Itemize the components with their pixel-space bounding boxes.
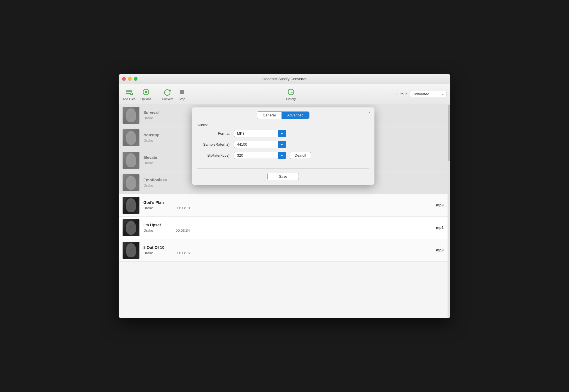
modal-body: Audio: Format: MP3 AAC FLAC WAV OGG [192, 119, 374, 167]
samplerate-row: SampleRate(hz): 44100 48000 22050 11025 … [197, 141, 369, 148]
stop-label: Stop [179, 97, 185, 101]
scrollbar-thumb[interactable] [448, 105, 450, 161]
album-art [123, 107, 139, 124]
output-label: Output: [396, 92, 408, 96]
add-files-icon [125, 88, 133, 96]
options-label: Options [141, 97, 151, 101]
svg-point-7 [145, 91, 147, 93]
format-select-wrapper: MP3 AAC FLAC WAV OGG ▼ [234, 130, 286, 137]
song-title: 8 Out Of 10 [143, 245, 436, 250]
scrollbar[interactable] [448, 104, 450, 318]
bitrate-select[interactable]: 320 256 192 128 64 [234, 152, 286, 159]
tab-advanced[interactable]: Advanced [282, 112, 309, 119]
svg-rect-1 [126, 91, 132, 92]
audio-section-label: Audio: [197, 123, 369, 127]
format-row: Format: MP3 AAC FLAC WAV OGG ▼ [197, 130, 369, 137]
modal-save-area: Save [192, 170, 374, 185]
stop-button[interactable]: Stop [178, 88, 186, 101]
song-format: mp3 [436, 226, 444, 230]
output-select-wrapper: Converted [410, 91, 446, 97]
samplerate-select-wrapper: 44100 48000 22050 11025 ▼ [234, 141, 286, 148]
svg-rect-13 [180, 90, 184, 94]
main-content: Survival Drake Nonstop Drake [119, 104, 450, 318]
maximize-button[interactable] [134, 77, 137, 81]
list-item[interactable]: God's Plan Drake 00:03:18 mp3 [119, 194, 448, 217]
album-art [123, 242, 139, 259]
traffic-lights [122, 77, 137, 81]
svg-rect-8 [146, 89, 146, 90]
options-icon [142, 88, 150, 96]
song-format: mp3 [436, 248, 444, 252]
options-button[interactable]: Options [141, 88, 151, 101]
minimize-button[interactable] [128, 77, 132, 81]
convert-label: Convert [162, 97, 173, 101]
samplerate-label: SampleRate(hz): [197, 142, 234, 147]
album-art [123, 174, 139, 191]
svg-marker-12 [170, 89, 171, 92]
album-art [123, 197, 139, 214]
song-artist: Drake [143, 206, 153, 210]
song-meta: Drake 00:03:34 [143, 228, 436, 233]
song-info: I'm Upset Drake 00:03:34 [143, 223, 436, 233]
song-artist: Drake [143, 251, 153, 255]
add-files-label: Add Files [123, 97, 136, 101]
song-title: I'm Upset [143, 223, 436, 227]
convert-icon [163, 88, 171, 96]
song-info: 8 Out Of 10 Drake 00:03:15 [143, 245, 436, 255]
window-title: Ondesoft Spotify Converter [263, 77, 307, 81]
format-select[interactable]: MP3 AAC FLAC WAV OGG [234, 130, 286, 137]
song-format: mp3 [436, 203, 444, 207]
toolbar: Add Files Options [119, 84, 450, 104]
preferences-dialog: General Advanced × Audio: Format: MP3 [192, 107, 374, 185]
output-area: Output: Converted [396, 91, 446, 97]
album-art [123, 129, 139, 146]
svg-rect-0 [126, 90, 132, 91]
album-art [123, 219, 139, 236]
separator [197, 168, 369, 169]
svg-rect-10 [143, 92, 144, 92]
song-title: God's Plan [143, 200, 436, 205]
bitrate-select-wrapper: 320 256 192 128 64 ▼ [234, 152, 286, 159]
bitrate-label: BitRate(kbps): [197, 153, 234, 157]
save-button[interactable]: Save [267, 173, 299, 180]
svg-rect-5 [131, 93, 132, 94]
svg-rect-11 [148, 92, 149, 92]
song-meta: Drake 00:03:18 [143, 206, 436, 210]
svg-rect-2 [126, 93, 130, 94]
default-button[interactable]: Deafult [290, 152, 311, 159]
format-label: Format: [197, 131, 234, 136]
title-bar: Ondesoft Spotify Converter [119, 74, 450, 84]
tab-general[interactable]: General [257, 112, 281, 119]
output-select[interactable]: Converted [410, 91, 446, 97]
list-item[interactable]: 8 Out Of 10 Drake 00:03:15 mp3 [119, 239, 448, 262]
list-item[interactable]: I'm Upset Drake 00:03:34 mp3 [119, 217, 448, 239]
album-art [123, 152, 139, 169]
svg-rect-9 [146, 94, 146, 95]
history-label: History [286, 97, 296, 101]
song-duration: 00:03:34 [176, 228, 190, 233]
samplerate-select[interactable]: 44100 48000 22050 11025 [234, 141, 286, 148]
close-button[interactable] [122, 77, 126, 81]
history-icon [287, 88, 295, 96]
convert-button[interactable]: Convert [162, 88, 173, 101]
tabs: General Advanced [257, 111, 309, 119]
close-dialog-button[interactable]: × [368, 110, 371, 115]
song-info: God's Plan Drake 00:03:18 [143, 200, 436, 210]
song-duration: 00:03:15 [176, 251, 190, 255]
modal-header: General Advanced × [192, 107, 374, 119]
song-duration: 00:03:18 [176, 206, 190, 210]
song-artist: Drake [143, 228, 153, 233]
stop-icon [178, 88, 186, 96]
bitrate-row: BitRate(kbps): 320 256 192 128 64 ▼ De [197, 152, 369, 159]
app-window: Ondesoft Spotify Converter Add Files [119, 74, 450, 318]
song-meta: Drake 00:03:15 [143, 251, 436, 255]
add-files-button[interactable]: Add Files [123, 88, 136, 101]
history-button[interactable]: History [286, 88, 296, 101]
